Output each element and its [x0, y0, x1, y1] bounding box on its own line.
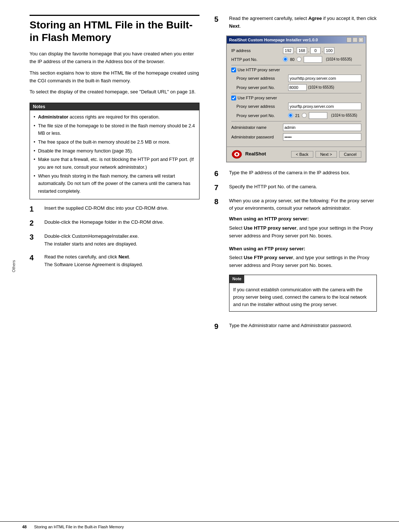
step-6: 6 Type the IP address of the camera in t… — [214, 169, 377, 178]
next-button[interactable]: Next > — [316, 151, 337, 158]
ftp-port-radio-custom[interactable] — [302, 113, 307, 118]
right-column: 5 Read the agreement carefully, select A… — [214, 15, 377, 499]
ftp-port-radio-21[interactable] — [288, 113, 293, 118]
http-port-radio-custom[interactable] — [297, 57, 301, 62]
step-8-number: 8 — [214, 197, 226, 317]
side-label: Others — [11, 260, 16, 272]
ftp-port-radio-21-label: 21 — [295, 113, 300, 118]
http-proxy-address-row: Proxy server address — [236, 75, 361, 82]
dialog-box: RealShot Custom Homepage Installer ver1.… — [226, 35, 366, 162]
use-http-proxy-row: Use HTTP proxy server — [231, 68, 361, 72]
step-9-text: Type the Administrator name and Administ… — [229, 322, 377, 331]
note-item-6: When you finish storing in the flash mem… — [34, 172, 195, 195]
step-4-text: Read the notes carefully, and click Next… — [44, 253, 200, 269]
http-proxy-address-label: Proxy server address — [236, 76, 288, 80]
subsection-http-text: Select Use HTTP proxy server, and type y… — [229, 224, 377, 240]
ftp-proxy-port-label: Proxy server port No. — [236, 113, 288, 118]
http-proxy-settings: Proxy server address Proxy server port N… — [231, 75, 361, 91]
ip-dot-1: . — [294, 48, 296, 53]
close-button[interactable]: × — [358, 37, 364, 42]
dialog-body: IP address . . . HTTP port — [227, 44, 366, 147]
http-port-radio-80[interactable] — [283, 57, 288, 62]
step-4-number: 4 — [30, 253, 41, 269]
main-content: Storing an HTML File in the Built-in Fla… — [0, 0, 399, 521]
cancel-button[interactable]: Cancel — [339, 151, 361, 158]
step-2-text: Double-click the Homepage folder in the … — [44, 219, 200, 227]
maximize-button[interactable]: □ — [352, 37, 358, 42]
step-1: 1 Insert the supplied CD-ROM disc into y… — [30, 205, 200, 213]
notes-list: Administrator access rights are required… — [34, 113, 195, 195]
ftp-proxy-address-label: Proxy server address — [236, 104, 288, 109]
dialog-title: RealShot Custom Homepage Installer ver1.… — [229, 38, 318, 42]
intro-text-3: To select the display of the created hom… — [30, 88, 200, 96]
minimize-button[interactable]: _ — [347, 37, 352, 42]
step-9-number: 9 — [214, 322, 226, 331]
page-title: Storing an HTML File in the Built-in Fla… — [30, 15, 200, 44]
step-1-text: Insert the supplied CD-ROM disc into you… — [44, 205, 200, 213]
http-proxy-port-row: Proxy server port No. (1024 to 65535) — [236, 84, 361, 91]
step-7: 7 Specify the HTTP port No. of the camer… — [214, 183, 377, 192]
ip-octet-2[interactable] — [297, 47, 307, 54]
footer-bar: 48 Storing an HTML File in the Built-in … — [0, 521, 399, 532]
realshot-logo-text: RealShot — [245, 151, 266, 157]
ip-inputs: . . . — [283, 47, 361, 54]
ftp-proxy-settings: Proxy server address Proxy server port N… — [231, 103, 361, 119]
dialog-titlebar-buttons: _ □ × — [347, 37, 364, 42]
ip-octet-3[interactable] — [310, 47, 321, 54]
note-item-1: Administrator access rights are required… — [34, 113, 195, 121]
step-3: 3 Double-click CustomHomepageInstaller.e… — [30, 233, 200, 248]
note-box: Note If you cannot establish communicati… — [229, 275, 377, 312]
subsection-ftp-text: Select Use FTP proxy server, and type yo… — [229, 254, 377, 270]
http-proxy-port-input[interactable] — [288, 84, 307, 91]
note-content: If you cannot establish communication wi… — [229, 283, 376, 311]
footer-page-number: 48 — [22, 525, 27, 529]
use-http-proxy-label: Use HTTP proxy server — [238, 68, 280, 72]
note-item-3: The free space of the built-in memory sh… — [34, 138, 195, 146]
step-3-text: Double-click CustomHomepageInstaller.exe… — [44, 233, 200, 248]
admin-password-input[interactable] — [283, 133, 361, 141]
http-port-radio-group: 80 (1024 to 65535) — [283, 56, 361, 63]
dialog-footer-buttons: < Back Next > Cancel — [291, 151, 361, 158]
divider-3 — [231, 121, 361, 121]
admin-name-label: Administrator name — [231, 125, 283, 130]
step-6-text: Type the IP address of the camera in the… — [229, 169, 377, 178]
svg-point-2 — [236, 153, 238, 155]
page-container: Others Storing an HTML File in the Built… — [0, 0, 399, 532]
ip-octet-1[interactable] — [283, 47, 293, 54]
admin-password-row: Administrator password — [231, 133, 361, 141]
step-5: 5 Read the agreement carefully, select A… — [214, 15, 377, 30]
http-port-row: HTTP port No. 80 (1024 to 65535) — [231, 56, 361, 63]
admin-password-label: Administrator password — [231, 135, 283, 139]
step-7-number: 7 — [214, 183, 226, 192]
use-http-proxy-checkbox[interactable] — [231, 68, 236, 72]
step-4: 4 Read the notes carefully, and click Ne… — [30, 253, 200, 269]
ftp-port-range: (1024 to 65535) — [331, 113, 357, 117]
intro-text-1: You can display the favorite homepage th… — [30, 50, 200, 66]
admin-name-row: Administrator name — [231, 124, 361, 131]
http-proxy-port-range: (1024 to 65535) — [308, 85, 334, 89]
admin-name-input[interactable] — [283, 124, 361, 131]
note-header: Note — [229, 275, 244, 283]
ip-dot-2: . — [308, 48, 310, 53]
ip-octet-4[interactable] — [324, 47, 334, 54]
step-9: 9 Type the Administrator name and Admini… — [214, 322, 377, 331]
use-ftp-proxy-label: Use FTP proxy server — [238, 96, 277, 100]
http-port-range: (1024 to 65535) — [326, 57, 352, 61]
http-port-custom-input[interactable] — [304, 56, 322, 63]
http-proxy-address-input[interactable] — [288, 75, 361, 82]
step-8-text: When you use a proxy server, set the fol… — [229, 197, 377, 317]
back-button[interactable]: < Back — [291, 151, 313, 158]
step-2-number: 2 — [30, 219, 41, 227]
notes-header: Notes — [30, 103, 199, 110]
left-column: Storing an HTML File in the Built-in Fla… — [30, 15, 200, 499]
divider-1 — [231, 65, 361, 65]
ip-dot-3: . — [321, 48, 323, 53]
note-item-5: Make sure that a firewall, etc. is not b… — [34, 156, 195, 171]
http-port-radio-80-label: 80 — [290, 57, 294, 62]
step-3-number: 3 — [30, 233, 41, 248]
ftp-proxy-address-input[interactable] — [288, 103, 361, 110]
step-2: 2 Double-click the Homepage folder in th… — [30, 219, 200, 227]
use-ftp-proxy-checkbox[interactable] — [231, 96, 236, 100]
ftp-port-custom-input[interactable] — [309, 112, 327, 119]
use-ftp-proxy-row: Use FTP proxy server — [231, 96, 361, 100]
